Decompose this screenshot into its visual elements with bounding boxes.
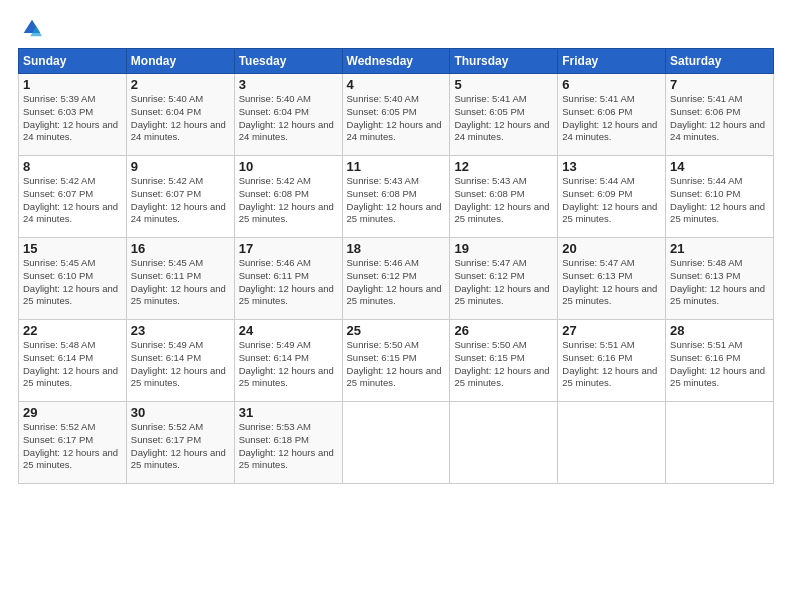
day-number: 22 [23, 323, 122, 338]
day-number: 28 [670, 323, 769, 338]
day-detail: Sunrise: 5:48 AM Sunset: 6:13 PM Dayligh… [670, 257, 769, 308]
day-cell [558, 402, 666, 484]
day-number: 30 [131, 405, 230, 420]
day-detail: Sunrise: 5:49 AM Sunset: 6:14 PM Dayligh… [131, 339, 230, 390]
day-number: 3 [239, 77, 338, 92]
day-cell: 22 Sunrise: 5:48 AM Sunset: 6:14 PM Dayl… [19, 320, 127, 402]
day-detail: Sunrise: 5:42 AM Sunset: 6:08 PM Dayligh… [239, 175, 338, 226]
day-detail: Sunrise: 5:41 AM Sunset: 6:05 PM Dayligh… [454, 93, 553, 144]
logo-icon [22, 18, 42, 38]
day-cell: 16 Sunrise: 5:45 AM Sunset: 6:11 PM Dayl… [126, 238, 234, 320]
day-number: 29 [23, 405, 122, 420]
day-number: 12 [454, 159, 553, 174]
day-cell: 26 Sunrise: 5:50 AM Sunset: 6:15 PM Dayl… [450, 320, 558, 402]
day-number: 14 [670, 159, 769, 174]
day-cell: 25 Sunrise: 5:50 AM Sunset: 6:15 PM Dayl… [342, 320, 450, 402]
week-row-5: 29 Sunrise: 5:52 AM Sunset: 6:17 PM Dayl… [19, 402, 774, 484]
day-cell: 23 Sunrise: 5:49 AM Sunset: 6:14 PM Dayl… [126, 320, 234, 402]
day-number: 8 [23, 159, 122, 174]
day-number: 24 [239, 323, 338, 338]
day-detail: Sunrise: 5:52 AM Sunset: 6:17 PM Dayligh… [131, 421, 230, 472]
day-number: 2 [131, 77, 230, 92]
day-cell: 9 Sunrise: 5:42 AM Sunset: 6:07 PM Dayli… [126, 156, 234, 238]
week-row-1: 1 Sunrise: 5:39 AM Sunset: 6:03 PM Dayli… [19, 74, 774, 156]
day-number: 1 [23, 77, 122, 92]
day-cell: 8 Sunrise: 5:42 AM Sunset: 6:07 PM Dayli… [19, 156, 127, 238]
day-detail: Sunrise: 5:49 AM Sunset: 6:14 PM Dayligh… [239, 339, 338, 390]
day-number: 27 [562, 323, 661, 338]
day-cell: 14 Sunrise: 5:44 AM Sunset: 6:10 PM Dayl… [666, 156, 774, 238]
day-detail: Sunrise: 5:50 AM Sunset: 6:15 PM Dayligh… [454, 339, 553, 390]
day-detail: Sunrise: 5:43 AM Sunset: 6:08 PM Dayligh… [347, 175, 446, 226]
calendar-body: 1 Sunrise: 5:39 AM Sunset: 6:03 PM Dayli… [19, 74, 774, 484]
day-number: 20 [562, 241, 661, 256]
day-number: 5 [454, 77, 553, 92]
day-detail: Sunrise: 5:52 AM Sunset: 6:17 PM Dayligh… [23, 421, 122, 472]
day-cell: 18 Sunrise: 5:46 AM Sunset: 6:12 PM Dayl… [342, 238, 450, 320]
day-cell: 4 Sunrise: 5:40 AM Sunset: 6:05 PM Dayli… [342, 74, 450, 156]
header-cell-monday: Monday [126, 49, 234, 74]
day-cell: 28 Sunrise: 5:51 AM Sunset: 6:16 PM Dayl… [666, 320, 774, 402]
day-number: 17 [239, 241, 338, 256]
day-number: 23 [131, 323, 230, 338]
day-detail: Sunrise: 5:51 AM Sunset: 6:16 PM Dayligh… [670, 339, 769, 390]
logo-text [18, 18, 42, 38]
day-detail: Sunrise: 5:42 AM Sunset: 6:07 PM Dayligh… [23, 175, 122, 226]
day-number: 9 [131, 159, 230, 174]
day-detail: Sunrise: 5:46 AM Sunset: 6:11 PM Dayligh… [239, 257, 338, 308]
day-detail: Sunrise: 5:44 AM Sunset: 6:09 PM Dayligh… [562, 175, 661, 226]
day-detail: Sunrise: 5:40 AM Sunset: 6:04 PM Dayligh… [239, 93, 338, 144]
day-number: 7 [670, 77, 769, 92]
day-detail: Sunrise: 5:42 AM Sunset: 6:07 PM Dayligh… [131, 175, 230, 226]
day-cell: 7 Sunrise: 5:41 AM Sunset: 6:06 PM Dayli… [666, 74, 774, 156]
day-number: 16 [131, 241, 230, 256]
day-number: 19 [454, 241, 553, 256]
day-detail: Sunrise: 5:45 AM Sunset: 6:10 PM Dayligh… [23, 257, 122, 308]
day-number: 18 [347, 241, 446, 256]
page: SundayMondayTuesdayWednesdayThursdayFrid… [0, 0, 792, 612]
day-number: 21 [670, 241, 769, 256]
day-cell: 20 Sunrise: 5:47 AM Sunset: 6:13 PM Dayl… [558, 238, 666, 320]
day-cell: 15 Sunrise: 5:45 AM Sunset: 6:10 PM Dayl… [19, 238, 127, 320]
day-cell [342, 402, 450, 484]
header-cell-thursday: Thursday [450, 49, 558, 74]
day-detail: Sunrise: 5:51 AM Sunset: 6:16 PM Dayligh… [562, 339, 661, 390]
day-cell: 11 Sunrise: 5:43 AM Sunset: 6:08 PM Dayl… [342, 156, 450, 238]
day-cell: 2 Sunrise: 5:40 AM Sunset: 6:04 PM Dayli… [126, 74, 234, 156]
day-cell: 3 Sunrise: 5:40 AM Sunset: 6:04 PM Dayli… [234, 74, 342, 156]
day-cell: 19 Sunrise: 5:47 AM Sunset: 6:12 PM Dayl… [450, 238, 558, 320]
day-number: 4 [347, 77, 446, 92]
day-cell [666, 402, 774, 484]
day-cell: 17 Sunrise: 5:46 AM Sunset: 6:11 PM Dayl… [234, 238, 342, 320]
header [18, 18, 774, 38]
day-number: 25 [347, 323, 446, 338]
day-number: 26 [454, 323, 553, 338]
day-cell: 10 Sunrise: 5:42 AM Sunset: 6:08 PM Dayl… [234, 156, 342, 238]
calendar-table: SundayMondayTuesdayWednesdayThursdayFrid… [18, 48, 774, 484]
day-cell: 27 Sunrise: 5:51 AM Sunset: 6:16 PM Dayl… [558, 320, 666, 402]
day-detail: Sunrise: 5:53 AM Sunset: 6:18 PM Dayligh… [239, 421, 338, 472]
day-cell: 5 Sunrise: 5:41 AM Sunset: 6:05 PM Dayli… [450, 74, 558, 156]
day-cell: 6 Sunrise: 5:41 AM Sunset: 6:06 PM Dayli… [558, 74, 666, 156]
day-detail: Sunrise: 5:41 AM Sunset: 6:06 PM Dayligh… [670, 93, 769, 144]
day-detail: Sunrise: 5:43 AM Sunset: 6:08 PM Dayligh… [454, 175, 553, 226]
day-number: 15 [23, 241, 122, 256]
header-cell-sunday: Sunday [19, 49, 127, 74]
week-row-4: 22 Sunrise: 5:48 AM Sunset: 6:14 PM Dayl… [19, 320, 774, 402]
day-cell [450, 402, 558, 484]
day-number: 13 [562, 159, 661, 174]
day-detail: Sunrise: 5:40 AM Sunset: 6:04 PM Dayligh… [131, 93, 230, 144]
day-cell: 30 Sunrise: 5:52 AM Sunset: 6:17 PM Dayl… [126, 402, 234, 484]
calendar-header: SundayMondayTuesdayWednesdayThursdayFrid… [19, 49, 774, 74]
day-detail: Sunrise: 5:46 AM Sunset: 6:12 PM Dayligh… [347, 257, 446, 308]
header-cell-tuesday: Tuesday [234, 49, 342, 74]
day-cell: 21 Sunrise: 5:48 AM Sunset: 6:13 PM Dayl… [666, 238, 774, 320]
logo [18, 18, 42, 38]
day-cell: 13 Sunrise: 5:44 AM Sunset: 6:09 PM Dayl… [558, 156, 666, 238]
header-row: SundayMondayTuesdayWednesdayThursdayFrid… [19, 49, 774, 74]
day-number: 10 [239, 159, 338, 174]
week-row-2: 8 Sunrise: 5:42 AM Sunset: 6:07 PM Dayli… [19, 156, 774, 238]
day-cell: 24 Sunrise: 5:49 AM Sunset: 6:14 PM Dayl… [234, 320, 342, 402]
day-cell: 29 Sunrise: 5:52 AM Sunset: 6:17 PM Dayl… [19, 402, 127, 484]
header-cell-friday: Friday [558, 49, 666, 74]
